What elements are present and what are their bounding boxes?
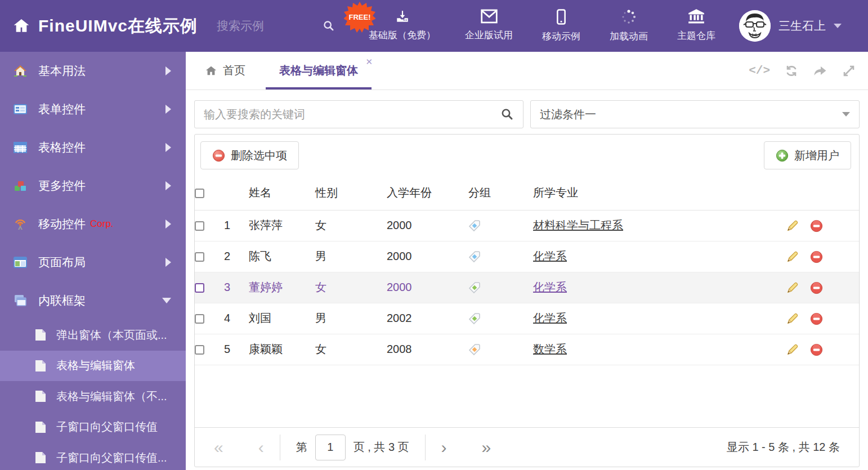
sidebar-item-mobile-controls[interactable]: 移动控件 Corp. (0, 205, 186, 243)
mobile-icon (556, 9, 566, 25)
delete-icon[interactable] (810, 312, 823, 325)
major-link[interactable]: 材料科学与工程系 (533, 219, 623, 231)
user-menu[interactable]: 三生石上 (739, 10, 842, 42)
chevron-right-icon (165, 66, 171, 75)
sidebar-item-inline-frame[interactable]: 内联框架 (0, 281, 186, 320)
header-nav: FREE! 基础版（免费） 企业版试用 移动示例 加载动 (369, 9, 715, 43)
row-number: 3 (224, 272, 249, 303)
sidebar-subitem-2[interactable]: 表格与编辑窗体（不... (0, 381, 186, 412)
app-header: FineUIMvc在线示例 搜索示例 FREE! 基础版（免费） 企业版试用 移… (0, 0, 868, 52)
close-icon[interactable]: ✕ (365, 57, 373, 66)
nav-item-enterprise-trial[interactable]: 企业版试用 (465, 9, 513, 43)
share-icon[interactable] (813, 64, 827, 78)
corp-badge: Corp. (90, 218, 114, 230)
column-header-name[interactable]: 姓名 (249, 176, 315, 210)
add-user-button[interactable]: 新增用户 (764, 141, 851, 169)
sidebar-subitem-4[interactable]: 子窗口向父窗口传值... (0, 442, 186, 470)
edit-icon[interactable] (786, 220, 799, 232)
envelope-icon (481, 9, 498, 24)
cell-actions (786, 303, 859, 334)
file-icon (35, 421, 46, 433)
sidebar-subitem-0[interactable]: 弹出窗体（本页面或... (0, 320, 186, 351)
column-header-year[interactable]: 入学年份 (387, 176, 468, 210)
column-header-major[interactable]: 所学专业 (533, 176, 786, 210)
edit-icon[interactable] (786, 312, 799, 325)
edit-icon[interactable] (786, 343, 799, 356)
delete-icon[interactable] (810, 220, 823, 232)
cell-actions (786, 241, 859, 272)
cell-gender: 男 (315, 241, 387, 272)
delete-icon[interactable] (810, 343, 823, 356)
row-checkbox[interactable] (195, 252, 204, 262)
tab-grid-edit-window[interactable]: 表格与编辑窗体 ✕ (266, 52, 372, 89)
row-checkbox[interactable] (195, 314, 204, 324)
table-row[interactable]: 4刘国男2002化学系 (195, 303, 859, 334)
sidebar-item-more-controls[interactable]: 更多控件 (0, 167, 186, 205)
sidebar-item-form-controls[interactable]: 表单控件 (0, 90, 186, 128)
home-icon[interactable] (12, 17, 30, 35)
delete-selected-button[interactable]: 删除选中项 (200, 141, 299, 169)
keyword-search-box[interactable] (194, 100, 524, 128)
nav-item-basic-edition[interactable]: FREE! 基础版（免费） (369, 9, 436, 43)
nav-item-label: 移动示例 (542, 30, 580, 43)
row-checkbox[interactable] (195, 221, 204, 231)
table-row[interactable]: 1张萍萍女2000材料科学与工程系 (195, 210, 859, 241)
column-header-gender[interactable]: 性别 (315, 176, 387, 210)
cell-group (468, 272, 533, 303)
delete-icon[interactable] (810, 250, 823, 263)
expand-icon[interactable] (842, 64, 856, 78)
spinner-icon (621, 9, 637, 25)
edit-icon[interactable] (786, 250, 799, 263)
cell-major: 化学系 (533, 303, 786, 334)
filter-dropdown-value: 过滤条件一 (540, 107, 596, 122)
search-icon[interactable] (323, 20, 335, 32)
nav-item-theme-store[interactable]: 主题仓库 (677, 9, 715, 43)
sidebar-subitem-1[interactable]: 表格与编辑窗体 (0, 351, 186, 382)
cell-year: 2000 (387, 241, 468, 272)
tab-label: 首页 (223, 63, 245, 78)
cell-gender: 女 (315, 334, 387, 365)
table-row[interactable]: 5康颖颖女2008数学系 (195, 334, 859, 365)
cell-group (468, 334, 533, 365)
keyword-search-input[interactable] (204, 108, 500, 121)
tag-icon (468, 281, 481, 294)
major-link[interactable]: 数学系 (533, 343, 567, 355)
major-link[interactable]: 化学系 (533, 312, 567, 324)
nav-item-loading-animation[interactable]: 加载动画 (610, 9, 648, 43)
row-checkbox[interactable] (195, 345, 204, 355)
filter-dropdown[interactable]: 过滤条件一 (530, 100, 860, 128)
search-icon[interactable] (500, 108, 514, 121)
table-row[interactable]: 2陈飞男2000化学系 (195, 241, 859, 272)
nav-item-mobile-demo[interactable]: 移动示例 (542, 9, 580, 43)
header-search[interactable]: 搜索示例 (217, 18, 335, 34)
cell-major: 材料科学与工程系 (533, 210, 786, 241)
delete-selected-label: 删除选中项 (231, 148, 287, 163)
major-link[interactable]: 化学系 (533, 250, 567, 262)
cell-gender: 女 (315, 272, 387, 303)
cell-gender: 男 (315, 303, 387, 334)
delete-icon[interactable] (810, 281, 823, 294)
next-page-button[interactable]: › (441, 439, 447, 456)
first-page-button[interactable]: « (214, 439, 223, 456)
row-checkbox[interactable] (195, 283, 204, 293)
edit-icon[interactable] (786, 281, 799, 294)
major-link[interactable]: 化学系 (533, 281, 567, 293)
sidebar-item-page-layout[interactable]: 页面布局 (0, 243, 186, 281)
view-source-icon[interactable]: </> (749, 64, 770, 77)
sidebar-item-grid-controls[interactable]: 表格控件 (0, 128, 186, 167)
last-page-button[interactable]: » (482, 439, 491, 456)
refresh-icon[interactable] (785, 64, 798, 78)
prev-page-button[interactable]: ‹ (258, 439, 264, 456)
free-badge-icon: FREE! (344, 1, 375, 33)
cell-name: 张萍萍 (249, 210, 315, 241)
sidebar-item-basic-usage[interactable]: 基本用法 (0, 52, 186, 90)
column-header-group[interactable]: 分组 (468, 176, 533, 210)
table-row[interactable]: 3董婷婷女2000化学系 (195, 272, 859, 303)
sidebar-subitem-label: 表格与编辑窗体 (56, 358, 135, 373)
select-all-checkbox[interactable] (195, 189, 204, 198)
tab-home[interactable]: 首页 (203, 52, 248, 89)
sidebar-subitem-3[interactable]: 子窗口向父窗口传值 (0, 412, 186, 443)
grid-empty-space (195, 365, 859, 428)
cell-year: 2000 (387, 272, 468, 303)
page-number-input[interactable] (315, 435, 346, 460)
